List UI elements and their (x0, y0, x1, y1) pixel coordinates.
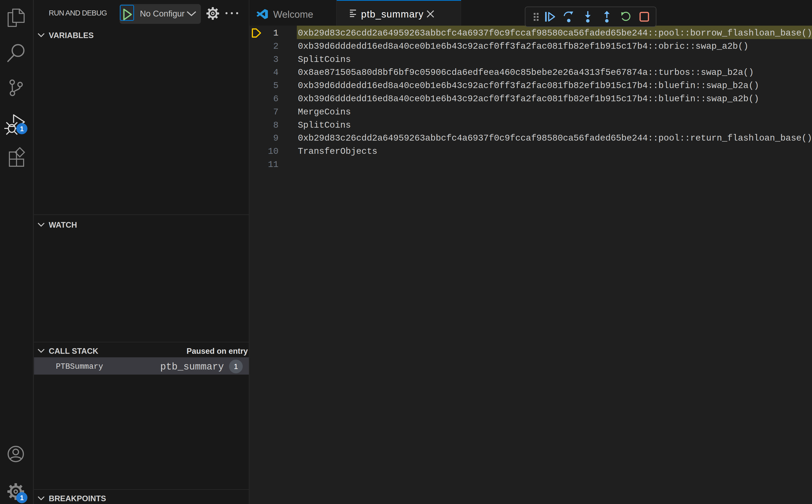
svg-text:1: 1 (20, 125, 24, 133)
svg-text:1: 1 (20, 494, 24, 502)
